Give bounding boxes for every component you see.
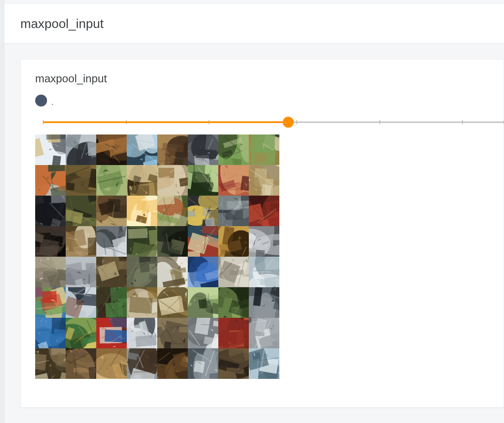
grid-tile[interactable] <box>218 165 249 196</box>
grid-tile[interactable] <box>218 348 249 379</box>
grid-tile[interactable] <box>35 348 66 379</box>
grid-tile[interactable] <box>96 196 127 226</box>
grid-tile[interactable] <box>127 196 157 226</box>
grid-tile[interactable] <box>66 226 96 257</box>
svg-rect-738 <box>129 297 153 314</box>
grid-tile[interactable] <box>157 348 188 379</box>
grid-tile[interactable] <box>157 287 188 318</box>
svg-line-628 <box>174 277 175 279</box>
svg-rect-465 <box>148 230 157 245</box>
grid-tile[interactable] <box>66 196 96 226</box>
grid-tile[interactable] <box>96 257 127 287</box>
grid-tile[interactable] <box>157 318 188 348</box>
run-label: . <box>51 98 53 107</box>
run-selector[interactable]: . <box>35 95 489 106</box>
grid-tile[interactable] <box>188 318 218 348</box>
grid-tile[interactable] <box>157 165 188 196</box>
grid-tile[interactable] <box>127 226 157 257</box>
grid-tile[interactable] <box>96 318 127 348</box>
svg-rect-160 <box>67 183 75 190</box>
grid-tile[interactable] <box>127 165 157 196</box>
grid-tile[interactable] <box>66 318 96 348</box>
section-header[interactable]: maxpool_input <box>4 3 504 44</box>
grid-tile[interactable] <box>218 134 249 165</box>
svg-rect-141 <box>48 165 65 172</box>
grid-tile[interactable] <box>188 134 218 165</box>
grid-tile[interactable] <box>249 226 279 257</box>
grid-tile[interactable] <box>35 257 66 287</box>
grid-tile[interactable] <box>188 348 218 379</box>
grid-tile[interactable] <box>96 348 127 379</box>
grid-tile[interactable] <box>96 226 127 257</box>
svg-rect-124 <box>254 151 266 163</box>
svg-line-1035 <box>175 371 179 372</box>
grid-tile[interactable] <box>249 165 279 196</box>
svg-rect-976 <box>75 350 86 358</box>
svg-rect-143 <box>58 174 66 191</box>
grid-tile[interactable] <box>66 165 96 196</box>
grid-tile[interactable] <box>127 134 157 165</box>
grid-tile[interactable] <box>249 196 279 226</box>
grid-tile[interactable] <box>127 348 157 379</box>
card-title: maxpool_input <box>35 72 489 85</box>
grid-tile[interactable] <box>157 134 188 165</box>
grid-tile[interactable] <box>96 134 127 165</box>
left-gutter <box>0 0 4 423</box>
svg-line-1018 <box>127 372 154 372</box>
grid-tile[interactable] <box>157 226 188 257</box>
grid-tile[interactable] <box>188 196 218 226</box>
grid-tile[interactable] <box>157 257 188 287</box>
grid-tile[interactable] <box>127 287 157 318</box>
svg-rect-345 <box>157 196 175 205</box>
grid-tile[interactable] <box>188 257 218 287</box>
grid-tile[interactable] <box>218 318 249 348</box>
grid-tile[interactable] <box>249 134 279 165</box>
grid-tile[interactable] <box>188 287 218 318</box>
svg-rect-24 <box>87 141 96 156</box>
svg-rect-1042 <box>194 360 205 373</box>
grid-tile[interactable] <box>157 196 188 226</box>
grid-tile[interactable] <box>66 287 96 318</box>
svg-rect-531 <box>255 249 265 257</box>
grid-tile[interactable] <box>35 287 66 318</box>
svg-rect-380 <box>227 200 249 209</box>
svg-rect-464 <box>128 228 148 238</box>
svg-rect-74 <box>176 152 188 165</box>
svg-line-679 <box>253 271 274 271</box>
grid-tile[interactable] <box>35 134 66 165</box>
grid-tile[interactable] <box>127 257 157 287</box>
svg-rect-227 <box>195 182 211 191</box>
svg-rect-584 <box>119 257 127 261</box>
grid-tile[interactable] <box>218 287 249 318</box>
grid-tile[interactable] <box>188 165 218 196</box>
grid-tile[interactable] <box>249 318 279 348</box>
grid-tile[interactable] <box>66 134 96 165</box>
svg-rect-278 <box>51 196 66 203</box>
svg-rect-721 <box>105 302 123 317</box>
svg-rect-58 <box>145 155 157 165</box>
grid-tile[interactable] <box>35 165 66 196</box>
svg-rect-770 <box>198 299 207 308</box>
grid-tile[interactable] <box>35 226 66 257</box>
grid-tile[interactable] <box>35 318 66 348</box>
svg-rect-650 <box>234 276 249 287</box>
grid-tile[interactable] <box>188 226 218 257</box>
svg-rect-39 <box>96 134 103 140</box>
step-slider[interactable] <box>43 116 489 129</box>
grid-tile[interactable] <box>66 257 96 287</box>
grid-tile[interactable] <box>96 165 127 196</box>
grid-tile[interactable] <box>218 226 249 257</box>
svg-rect-482 <box>169 249 181 257</box>
image-grid <box>35 134 279 379</box>
grid-tile[interactable] <box>66 348 96 379</box>
slider-thumb[interactable] <box>283 117 294 128</box>
grid-tile[interactable] <box>249 257 279 287</box>
grid-tile[interactable] <box>249 348 279 379</box>
grid-tile[interactable] <box>218 257 249 287</box>
grid-tile[interactable] <box>35 196 66 226</box>
grid-tile[interactable] <box>127 318 157 348</box>
grid-tile[interactable] <box>218 196 249 226</box>
grid-tile[interactable] <box>96 287 127 318</box>
grid-tile[interactable] <box>249 287 279 318</box>
svg-rect-668 <box>264 257 279 271</box>
